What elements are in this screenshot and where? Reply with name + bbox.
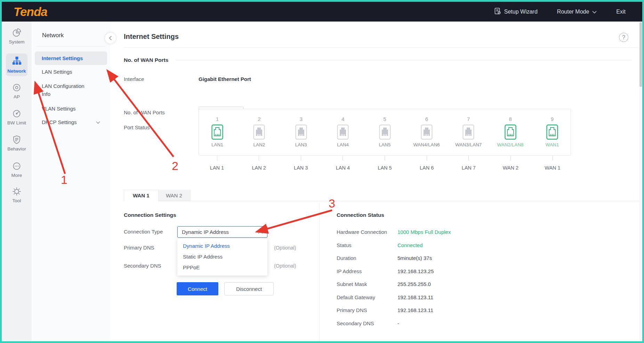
port-mapping-label: WAN 1 [545,165,560,171]
status-value: - [397,320,399,327]
scrollbar-thumb[interactable] [639,22,642,87]
status-value: 192.168.123.25 [397,268,434,275]
router-admin-page: Tenda Setup Wizard Router Mode [0,0,644,343]
port-mapping-label: LAN 2 [252,165,266,171]
subnav-item-label: LAN Settings [42,69,72,75]
ethernet-port-icon-connected [211,124,223,140]
port-number: 9 [551,116,554,122]
help-icon[interactable]: ? [619,33,628,42]
connection-type-select[interactable]: Dynamic IP Address [177,226,267,238]
network-tree-icon [12,56,22,67]
router-mode-label: Router Mode [557,9,589,15]
status-row: Duration 5minute(s) 37s [337,255,451,262]
subnav-item-lan-configuration-info[interactable]: LAN Configuration Info [35,79,107,102]
sidebar-item-bw-limit[interactable]: BW Limit [2,109,32,125]
divider [37,46,105,47]
sidebar-collapse-button[interactable] [105,33,116,43]
port-number: 3 [300,116,303,122]
sidebar-item-label: Tool [13,198,21,203]
tab-wan-2[interactable]: WAN 2 [157,190,191,201]
top-bar: Tenda Setup Wizard Router Mode [2,2,642,22]
connect-button[interactable]: Connect [177,282,218,295]
port-status-card: 1 LAN1 2 LAN2 3 [199,109,571,156]
sidebar-item-network[interactable]: Network [6,54,27,76]
sidebar-item-behavior[interactable]: Behavior [2,135,32,152]
tick-mark [427,156,427,161]
subnav-title: Network [42,32,64,39]
subnav-item-label: DHCP Settings [42,119,77,125]
speedometer-icon [12,109,22,119]
status-label: Hardware Connection [337,229,397,236]
sidebar-item-tool[interactable]: Tool [2,187,32,203]
port-number: 5 [383,116,386,122]
secondary-sidebar: Network Internet Settings LAN Settings L… [32,22,110,341]
tab-label: WAN 1 [133,193,150,198]
tick-mark [217,156,217,161]
subnav-item-vlan-settings[interactable]: VLAN Settings [35,102,107,115]
port-label: LAN2 [253,142,265,147]
port-status-item: 9 WAN1 [541,116,563,155]
status-value: Connected [397,242,423,249]
tick-mark [510,156,511,161]
tick-mark [553,156,553,161]
more-ellipsis-icon [12,161,22,171]
tab-wan-1[interactable]: WAN 1 [124,190,159,201]
ethernet-port-icon-connected [546,124,558,140]
option-static-ip[interactable]: Static IP Address [177,251,267,262]
ethernet-port-icon-disconnected [421,124,433,140]
tenda-logo: Tenda [14,5,47,19]
sidebar-item-label: System [9,39,24,44]
status-label: Default Gateway [337,294,397,301]
option-pppoe[interactable]: PPPoE [177,262,267,273]
port-label: LAN1 [211,142,223,147]
port-label: WAN1 [546,142,559,147]
disconnect-button[interactable]: Disconnect [224,282,274,295]
port-label: WAN3/LAN7 [455,142,482,147]
sidebar-item-ap[interactable]: AP [2,83,32,99]
subnav-item-dhcp-settings[interactable]: DHCP Settings [35,115,107,129]
status-row: IP Address 192.168.123.25 [337,268,451,275]
status-row: Primary DNS 192.168.123.11 [337,307,451,314]
subnav-item-lan-settings[interactable]: LAN Settings [35,65,107,79]
status-label: Duration [337,255,397,262]
subnav-item-internet-settings[interactable]: Internet Settings [35,51,107,65]
optional-hint: (Optional) [274,245,296,251]
chevron-down-icon [592,9,597,15]
subnav-item-label: VLAN Settings [42,106,76,112]
primary-dns-label: Primary DNS [124,245,154,251]
port-mapping-label: LAN 3 [294,165,308,171]
ethernet-port-icon-connected [505,124,516,140]
interface-value: Gigabit Ethernet Port [199,76,251,82]
port-number: 7 [467,116,470,122]
setup-wizard-button[interactable]: Setup Wizard [494,8,538,16]
subnav-item-label: LAN Configuration Info [42,82,94,98]
port-status-item: 5 LAN5 [374,116,396,155]
subnav-item-label: Internet Settings [42,55,83,61]
exit-button[interactable]: Exit [616,9,626,15]
port-status-item: 2 LAN2 [248,116,270,155]
port-status-item: 8 WAN2/LAN8 [500,116,521,155]
ethernet-port-icon-disconnected [253,124,265,140]
tick-mark [385,156,385,161]
sidebar-item-system[interactable]: System [2,28,32,44]
option-dynamic-ip[interactable]: Dynamic IP Address [177,240,267,251]
status-value: 255.255.255.0 [397,281,431,288]
port-label: LAN5 [379,142,391,147]
scrollbar-track [639,22,642,341]
section-heading-wan-ports: No. of WAN Ports [124,57,632,63]
port-label: LAN3 [295,142,307,147]
status-label: Primary DNS [337,307,397,314]
column-divider [319,203,320,341]
router-mode-dropdown[interactable]: Router Mode [557,9,597,15]
sidebar-item-label: AP [14,94,20,99]
status-label: IP Address [337,268,397,275]
sidebar-item-more[interactable]: More [2,161,32,178]
shield-list-icon [12,135,22,145]
port-mapping-label: LAN 5 [378,165,392,171]
page-title: Internet Settings [124,33,179,41]
ethernet-port-icon-disconnected [379,124,391,140]
divider [124,47,638,48]
port-status-label: Port Status [124,124,150,130]
port-number: 1 [216,116,219,122]
ethernet-port-icon-disconnected [295,124,307,140]
